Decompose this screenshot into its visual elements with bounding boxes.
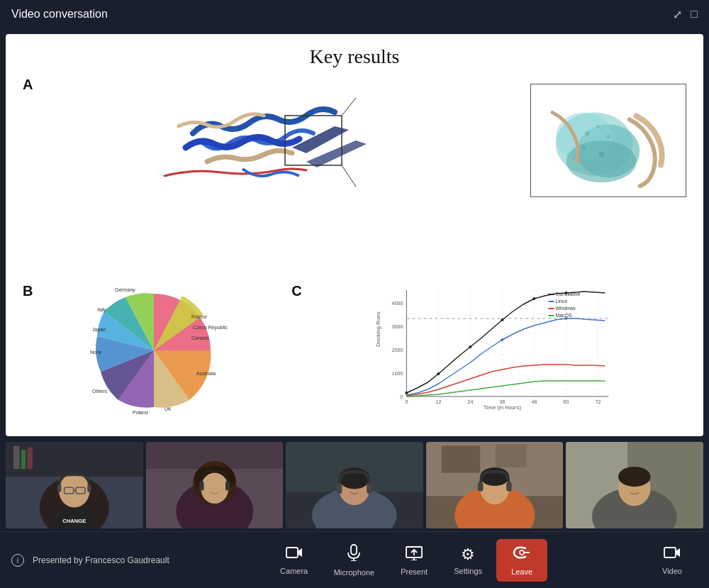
svg-text:Poland: Poland — [133, 410, 148, 415]
svg-text:UK: UK — [164, 406, 172, 411]
svg-rect-101 — [496, 444, 527, 467]
figure-a: A — [23, 77, 686, 277]
participant-video-1: CHANGE — [6, 442, 143, 528]
svg-text:Czech Republic: Czech Republic — [193, 325, 228, 331]
svg-rect-25 — [375, 283, 623, 418]
info-icon: i — [11, 554, 24, 567]
protein-svg — [45, 77, 525, 204]
title-bar-controls: ⤢ □ — [673, 8, 698, 21]
video-label: Video — [662, 567, 682, 575]
settings-icon: ⚙ — [461, 545, 475, 564]
svg-rect-66 — [6, 442, 143, 477]
svg-rect-126 — [664, 548, 676, 558]
svg-point-13 — [598, 152, 604, 157]
present-button[interactable]: Present — [389, 539, 440, 582]
svg-text:Others: Others — [92, 389, 108, 394]
leave-button[interactable]: Leave — [496, 539, 547, 582]
pie-chart-svg: France Czech Republic Canada Australia U… — [86, 283, 242, 418]
figure-c-label: C — [291, 283, 308, 299]
line-chart-svg: Docking Runs Time (in hours) — [311, 283, 686, 418]
figure-b: B — [23, 283, 286, 425]
svg-rect-68 — [21, 450, 26, 469]
svg-rect-115 — [286, 548, 298, 558]
svg-text:1000: 1000 — [392, 371, 403, 376]
svg-text:4000: 4000 — [392, 301, 403, 306]
presenter-text: Presented by Francesco Gaudreault — [33, 555, 169, 565]
svg-rect-63 — [549, 315, 554, 316]
svg-text:72: 72 — [596, 399, 601, 404]
participant-video-4 — [426, 442, 564, 528]
protein-zoom-svg — [531, 84, 686, 196]
slide-title: Key results — [310, 45, 400, 68]
svg-text:Germany: Germany — [115, 287, 135, 293]
microphone-icon — [347, 544, 361, 565]
svg-text:MacOS: MacOS — [556, 313, 573, 318]
line-chart-container: Docking Runs Time (in hours) — [311, 283, 686, 421]
svg-text:None: None — [90, 350, 102, 355]
video-icon — [664, 545, 681, 564]
protein-visualization — [45, 77, 686, 204]
figure-c: C Docking Runs Time ( — [291, 283, 686, 425]
svg-text:3000: 3000 — [392, 324, 403, 329]
svg-point-9 — [585, 131, 589, 135]
svg-text:Italy: Italy — [97, 307, 106, 313]
present-label: Present — [401, 567, 428, 576]
svg-rect-107 — [506, 482, 512, 492]
settings-button[interactable]: ⚙ Settings — [442, 540, 493, 581]
svg-text:48: 48 — [532, 399, 537, 404]
svg-point-41 — [533, 297, 536, 300]
figure-a-label: A — [23, 77, 40, 93]
svg-rect-106 — [478, 482, 484, 492]
svg-text:36: 36 — [500, 399, 506, 404]
camera-icon — [286, 545, 303, 564]
svg-text:0: 0 — [406, 399, 408, 404]
svg-point-87 — [201, 473, 228, 504]
svg-point-39 — [469, 345, 472, 348]
figure-b-label: B — [23, 283, 40, 299]
svg-rect-88 — [199, 482, 204, 491]
svg-text:Windows: Windows — [556, 306, 576, 311]
svg-point-10 — [596, 125, 599, 128]
video-row: CHANGE — [0, 439, 709, 531]
microphone-label: Microphone — [334, 568, 374, 577]
controls-right: Video — [647, 540, 698, 581]
svg-text:Canada: Canada — [191, 335, 209, 340]
svg-rect-59 — [549, 301, 554, 302]
svg-rect-69 — [27, 448, 33, 469]
participant-video-2 — [146, 442, 284, 528]
figures-bottom: B — [23, 283, 686, 425]
svg-text:Japan: Japan — [92, 327, 106, 333]
presentation-area: Key results A — [6, 34, 703, 436]
svg-point-43 — [501, 338, 504, 341]
video-button[interactable]: Video — [647, 540, 698, 581]
window-title: Video conversation — [11, 8, 108, 21]
slide-figures: A — [23, 77, 686, 425]
svg-text:0: 0 — [401, 394, 403, 399]
svg-text:Time (in hours): Time (in hours) — [484, 404, 522, 411]
svg-marker-127 — [676, 548, 680, 557]
svg-rect-67 — [13, 446, 20, 470]
svg-text:60: 60 — [564, 399, 569, 404]
settings-label: Settings — [454, 567, 482, 575]
window-icon[interactable]: □ — [691, 8, 698, 21]
svg-point-114 — [618, 467, 651, 487]
svg-text:24: 24 — [468, 399, 474, 404]
svg-text:2000: 2000 — [392, 348, 403, 353]
expand-icon[interactable]: ⤢ — [673, 8, 682, 21]
svg-text:France: France — [191, 314, 207, 319]
title-bar: Video conversation ⤢ □ — [0, 0, 709, 28]
leave-label: Leave — [511, 567, 532, 576]
control-bar: i Presented by Francesco Gaudreault Came… — [0, 531, 709, 588]
svg-rect-100 — [442, 446, 480, 473]
svg-rect-96 — [337, 484, 342, 494]
camera-label: Camera — [280, 567, 308, 575]
svg-text:CHANGE: CHANGE — [62, 518, 86, 524]
svg-rect-117 — [351, 545, 357, 555]
svg-point-12 — [582, 146, 585, 149]
participant-video-5 — [566, 442, 703, 528]
camera-button[interactable]: Camera — [269, 540, 320, 581]
svg-text:12: 12 — [436, 399, 442, 404]
svg-point-105 — [480, 467, 509, 486]
svg-rect-78 — [87, 484, 91, 492]
microphone-button[interactable]: Microphone — [323, 538, 386, 582]
